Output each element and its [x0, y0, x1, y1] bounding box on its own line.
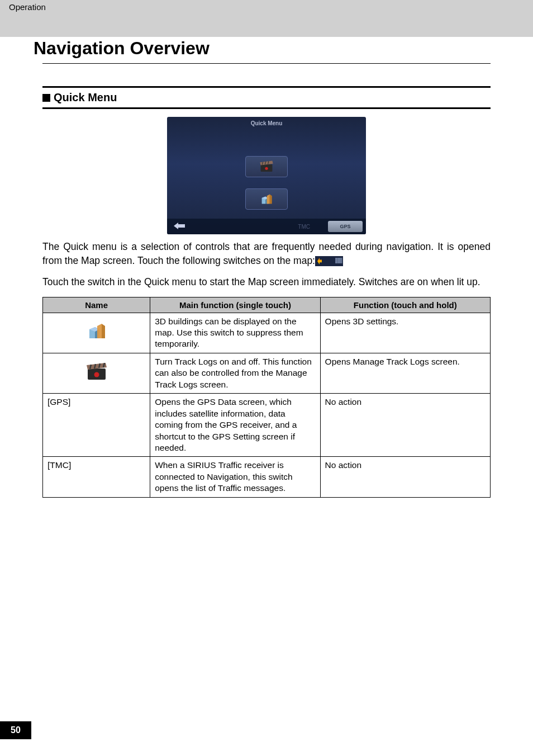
category-label: Operation — [9, 2, 533, 12]
cell-name-clapper-icon — [43, 353, 150, 393]
intro-paragraph-1: The Quick menu is a selection of control… — [42, 240, 491, 267]
table-row: [TMC] When a SIRIUS Traffic receiver is … — [43, 457, 491, 497]
cell-name-gps: [GPS] — [43, 394, 150, 457]
cell-main: Turn Track Logs on and off. This functio… — [150, 353, 320, 393]
tmc-label[interactable]: TMC — [298, 224, 310, 230]
cell-name-building-icon — [43, 313, 150, 353]
clapperboard-icon — [85, 363, 108, 381]
screenshot-title: Quick Menu — [251, 120, 283, 126]
table-row: [GPS] Opens the GPS Data screen, which i… — [43, 394, 491, 457]
cell-hold: No action — [320, 394, 490, 457]
table-row: Turn Track Logs on and off. This functio… — [43, 353, 491, 393]
clapperboard-icon — [259, 160, 274, 173]
svg-marker-9 — [267, 195, 270, 204]
building-3d-icon — [86, 322, 107, 341]
page-title: Navigation Overview — [0, 37, 533, 59]
intro-paragraph-2: Touch the switch in the Quick menu to st… — [42, 275, 491, 289]
header-hold-function: Function (touch and hold) — [320, 297, 490, 313]
cell-main: Opens the GPS Data screen, which include… — [150, 394, 320, 457]
content-area: Quick Menu Quick Menu — [0, 64, 533, 498]
svg-marker-16 — [102, 324, 105, 338]
section-heading-text: Quick Menu — [54, 91, 117, 104]
page-number: 50 — [0, 721, 31, 739]
cell-hold: Opens 3D settings. — [320, 313, 490, 353]
section-heading: Quick Menu — [42, 91, 491, 104]
table-row: 3D buildings can be displayed on the map… — [43, 313, 491, 353]
header-name: Name — [43, 297, 150, 313]
cell-main: 3D buildings can be displayed on the map… — [150, 313, 320, 353]
back-arrow-icon[interactable] — [167, 222, 185, 231]
square-bullet-icon — [42, 94, 50, 102]
cell-main: When a SIRIUS Traffic receiver is connec… — [150, 457, 320, 497]
cell-hold: Opens Manage Track Logs screen. — [320, 353, 490, 393]
quick-menu-screenshot: Quick Menu — [167, 117, 366, 234]
header-main-function: Main function (single touch) — [150, 297, 320, 313]
screenshot-bottom-bar: TMC GPS — [167, 219, 366, 234]
gps-button[interactable]: GPS — [328, 221, 363, 232]
quick-menu-table: Name Main function (single touch) Functi… — [42, 297, 491, 498]
building-3d-icon — [259, 193, 274, 205]
table-header-row: Name Main function (single touch) Functi… — [43, 297, 491, 313]
cell-hold: No action — [320, 457, 490, 497]
header-bar: Operation — [0, 0, 533, 37]
page-number-text: 50 — [11, 725, 21, 735]
buildings-3d-toggle[interactable] — [245, 188, 288, 210]
section-rule — [42, 86, 491, 88]
map-switch-icon — [315, 256, 343, 266]
section-rule — [42, 107, 491, 109]
para1-text: The Quick menu is a selection of control… — [42, 241, 491, 266]
gps-button-label: GPS — [340, 224, 350, 229]
cell-name-tmc: [TMC] — [43, 457, 150, 497]
svg-point-5 — [265, 167, 268, 170]
svg-marker-11 — [174, 223, 185, 229]
svg-marker-15 — [97, 324, 102, 338]
svg-point-23 — [94, 372, 99, 377]
track-log-toggle[interactable] — [245, 156, 288, 177]
svg-marker-10 — [270, 195, 272, 204]
